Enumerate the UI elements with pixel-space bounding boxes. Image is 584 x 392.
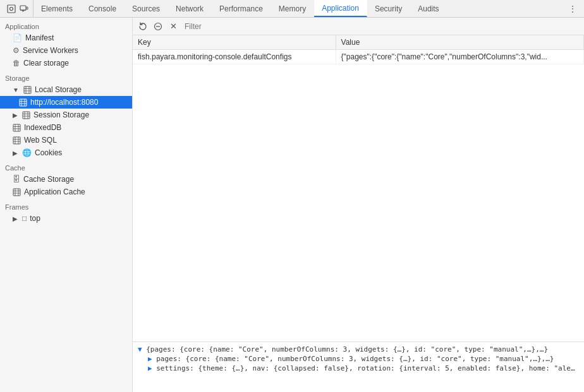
key-cell: fish.payara.monitoring-console.defaultCo… <box>133 50 336 64</box>
sidebar-service-workers-label: Service Workers <box>23 46 78 55</box>
svg-rect-16 <box>23 112 30 119</box>
localhost-icon <box>19 98 27 107</box>
sidebar-indexeddb-label: IndexedDB <box>24 123 61 132</box>
sidebar-item-cache-storage[interactable]: 🗄 Cache Storage <box>0 173 132 186</box>
svg-rect-31 <box>13 189 20 196</box>
value-column-header: Value <box>336 35 583 50</box>
sidebar-item-session-storage[interactable]: ▶ Session Storage <box>0 109 132 121</box>
sidebar-item-web-sql[interactable]: Web SQL <box>0 134 132 146</box>
local-storage-chevron: ▼ <box>13 86 19 93</box>
svg-rect-21 <box>13 124 20 131</box>
sidebar-app-cache-label: Application Cache <box>24 187 85 196</box>
sidebar-item-indexeddb[interactable]: IndexedDB <box>0 121 132 134</box>
cookies-chevron: ▶ <box>13 150 18 157</box>
key-column-header: Key <box>133 35 336 50</box>
bottom-line-2[interactable]: pages: {core: {name: "Core", numberOfCol… <box>138 354 579 364</box>
tab-memory[interactable]: Memory <box>271 0 314 17</box>
inspect-icon[interactable] <box>6 4 16 14</box>
cache-storage-icon: 🗄 <box>13 175 20 184</box>
local-storage-icon <box>23 86 32 94</box>
tab-performance[interactable]: Performance <box>212 0 271 17</box>
clear-button[interactable] <box>152 20 164 33</box>
sidebar-session-storage-label: Session Storage <box>33 110 89 119</box>
tab-application[interactable]: Application <box>314 0 367 17</box>
top-frame-icon: □ <box>22 214 27 223</box>
filter-input[interactable] <box>182 22 580 31</box>
device-icon[interactable] <box>19 4 29 14</box>
tab-elements[interactable]: Elements <box>33 0 81 17</box>
tab-bar: Elements Console Sources Network Perform… <box>0 0 584 18</box>
sidebar-local-storage-label: Local Storage <box>35 85 82 94</box>
svg-rect-0 <box>8 5 15 13</box>
sidebar-item-clear-storage[interactable]: 🗑 Clear storage <box>0 57 132 69</box>
tab-sources[interactable]: Sources <box>125 0 168 17</box>
tab-security[interactable]: Security <box>367 0 410 17</box>
manifest-icon: 📄 <box>13 33 22 42</box>
tab-console[interactable]: Console <box>81 0 125 17</box>
tab-network[interactable]: Network <box>168 0 212 17</box>
sidebar-item-local-storage[interactable]: ▼ Local Storage <box>0 83 132 96</box>
sidebar-clear-storage-label: Clear storage <box>23 59 69 68</box>
devtools-icons <box>3 0 33 17</box>
session-storage-chevron: ▶ <box>13 112 18 119</box>
delete-icon: ✕ <box>170 21 177 31</box>
sidebar-item-top-frame[interactable]: ▶ □ top <box>0 212 132 225</box>
svg-point-1 <box>10 7 13 10</box>
sidebar-cookies-label: Cookies <box>35 148 62 157</box>
top-frame-chevron: ▶ <box>13 215 18 222</box>
svg-rect-6 <box>24 86 31 93</box>
sidebar-localhost-label: http://localhost:8080 <box>30 98 98 107</box>
more-tabs-button[interactable]: ⋮ <box>564 4 581 13</box>
content-toolbar: ✕ <box>133 18 584 35</box>
bottom-panel: {pages: {core: {name: "Core", numberOfCo… <box>133 342 584 392</box>
sidebar-item-manifest[interactable]: 📄 Manifest <box>0 32 132 44</box>
bottom-line-3[interactable]: settings: {theme: {…}, nav: {collapsed: … <box>138 364 579 373</box>
sidebar-manifest-label: Manifest <box>25 33 54 42</box>
sidebar-top-frame-label: top <box>30 214 40 223</box>
service-workers-icon: ⚙ <box>13 46 20 55</box>
table-row[interactable]: fish.payara.monitoring-console.defaultCo… <box>133 50 584 64</box>
frames-section-title: Frames <box>0 198 132 212</box>
main-layout: Application 📄 Manifest ⚙ Service Workers… <box>0 18 584 392</box>
sidebar: Application 📄 Manifest ⚙ Service Workers… <box>0 18 133 392</box>
sidebar-item-service-workers[interactable]: ⚙ Service Workers <box>0 44 132 57</box>
content-area: ✕ Key Value fish.payara.monitoring-conso… <box>133 18 584 392</box>
app-cache-icon <box>13 188 21 196</box>
sidebar-cache-storage-label: Cache Storage <box>23 175 74 184</box>
svg-rect-2 <box>20 6 26 10</box>
sidebar-item-cookies[interactable]: ▶ 🌐 Cookies <box>0 146 132 159</box>
svg-rect-3 <box>27 7 28 9</box>
bottom-line-1[interactable]: {pages: {core: {name: "Core", numberOfCo… <box>138 345 579 354</box>
svg-rect-11 <box>20 99 27 106</box>
sidebar-web-sql-label: Web SQL <box>24 136 57 145</box>
value-cell: {"pages":{"core":{"name":"Core","numberO… <box>336 50 583 64</box>
session-storage-icon <box>22 111 30 119</box>
sidebar-item-localhost[interactable]: http://localhost:8080 <box>0 96 132 109</box>
sidebar-item-app-cache[interactable]: Application Cache <box>0 186 132 198</box>
tab-audits[interactable]: Audits <box>410 0 447 17</box>
clear-storage-icon: 🗑 <box>13 59 20 68</box>
storage-table-container: Key Value fish.payara.monitoring-console… <box>133 35 584 342</box>
cache-section-title: Cache <box>0 159 132 173</box>
refresh-button[interactable] <box>137 20 149 33</box>
cookies-icon: 🌐 <box>22 148 32 157</box>
application-section-title: Application <box>0 18 132 32</box>
delete-button[interactable]: ✕ <box>167 20 179 33</box>
storage-table: Key Value fish.payara.monitoring-console… <box>133 35 584 64</box>
indexeddb-icon <box>13 124 21 132</box>
storage-section-title: Storage <box>0 69 132 83</box>
web-sql-icon <box>13 136 21 145</box>
svg-rect-26 <box>13 137 20 144</box>
